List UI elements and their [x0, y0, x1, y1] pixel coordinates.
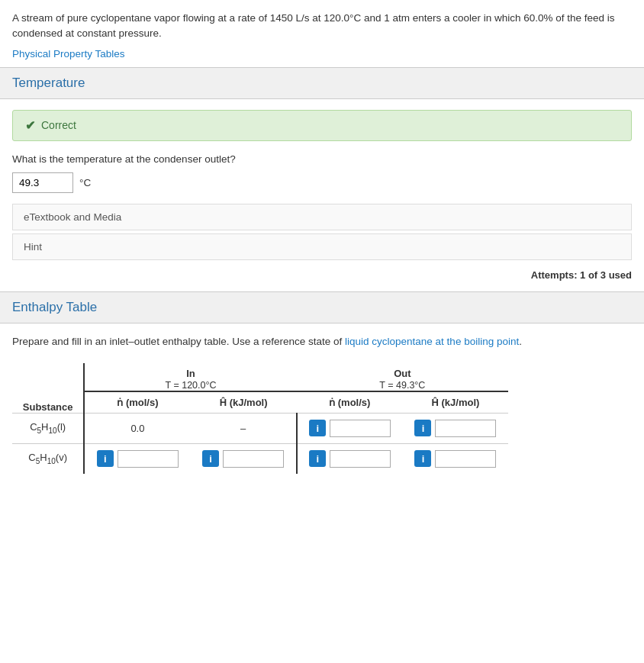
attempts-text: Attempts: 1 of 3 used	[12, 263, 632, 281]
out-group-header: OutT = 49.3°C	[297, 363, 508, 391]
checkmark-icon: ✔	[25, 118, 35, 133]
liquid-in-H-cell: –	[191, 413, 297, 443]
vapor-in-H-input-group: i	[198, 450, 288, 468]
vapor-out-H-info-btn[interactable]: i	[414, 450, 431, 467]
hint-row[interactable]: Hint	[12, 233, 632, 260]
vapor-in-ndot-info-btn[interactable]: i	[97, 450, 114, 467]
vapor-in-ndot-cell: i	[84, 443, 190, 474]
temperature-input[interactable]	[12, 172, 73, 193]
vapor-in-H-info-btn[interactable]: i	[202, 450, 219, 467]
liquid-out-H-info-btn[interactable]: i	[414, 420, 431, 436]
problem-text: A stream of pure cyclopentane vapor flow…	[12, 11, 632, 42]
in-group-header: InT = 120.0°C	[84, 363, 296, 391]
vapor-in-H-cell: i	[191, 443, 297, 474]
boiling-point-link[interactable]: liquid cyclopentane at the boiling point	[345, 336, 519, 347]
vapor-out-ndot-input-group: i	[305, 450, 395, 468]
temperature-section-body: ✔ Correct What is the temperature at the…	[0, 99, 644, 291]
correct-feedback-box: ✔ Correct	[12, 110, 632, 141]
table-row: C5H10(v) i i	[12, 443, 508, 474]
liquid-out-ndot-input[interactable]	[330, 420, 391, 437]
in-ndot-header: ṅ (mol/s)	[84, 391, 190, 414]
correct-label: Correct	[41, 119, 76, 131]
etextbook-media-row[interactable]: eTextbook and Media	[12, 204, 632, 230]
physical-property-link[interactable]: Physical Property Tables	[12, 48, 125, 60]
vapor-out-ndot-info-btn[interactable]: i	[309, 450, 326, 467]
out-ndot-header: ṅ (mol/s)	[297, 391, 403, 414]
temperature-section: Temperature ✔ Correct What is the temper…	[0, 68, 644, 291]
vapor-out-H-input-group: i	[411, 450, 501, 468]
enthalpy-instruction: Prepare and fill in an inlet–outlet enth…	[12, 334, 632, 349]
enthalpy-section: Enthalpy Table Prepare and fill in an in…	[0, 291, 644, 484]
liquid-in-ndot-cell: 0.0	[84, 413, 190, 443]
temperature-section-header: Temperature	[0, 68, 644, 99]
vapor-in-H-input[interactable]	[223, 450, 284, 468]
substance-cell-liquid: C5H10(l)	[12, 413, 84, 443]
temperature-unit: °C	[79, 177, 91, 188]
substance-col-header: Substance	[12, 363, 84, 414]
group-header-row: Substance InT = 120.0°C OutT = 49.3°C	[12, 363, 508, 391]
vapor-in-ndot-input[interactable]	[118, 450, 179, 468]
vapor-out-ndot-input[interactable]	[330, 450, 391, 468]
enthalpy-table: Substance InT = 120.0°C OutT = 49.3°C ṅ …	[12, 363, 508, 474]
liquid-out-H-cell: i	[403, 413, 508, 443]
vapor-out-H-cell: i	[403, 443, 508, 474]
sub-col-header-row: ṅ (mol/s) Ĥ (kJ/mol) ṅ (mol/s) Ĥ (kJ/mol…	[12, 391, 508, 414]
substance-cell-vapor: C5H10(v)	[12, 443, 84, 474]
in-H-header: Ĥ (kJ/mol)	[191, 391, 297, 414]
vapor-out-ndot-cell: i	[297, 443, 403, 474]
vapor-out-H-input[interactable]	[435, 450, 496, 468]
liquid-out-ndot-input-group: i	[305, 420, 395, 437]
out-H-header: Ĥ (kJ/mol)	[403, 391, 508, 414]
enthalpy-section-header: Enthalpy Table	[0, 292, 644, 323]
liquid-out-ndot-cell: i	[297, 413, 403, 443]
enthalpy-section-body: Prepare and fill in an inlet–outlet enth…	[0, 323, 644, 484]
temperature-input-row: °C	[12, 172, 632, 193]
problem-section: A stream of pure cyclopentane vapor flow…	[0, 0, 644, 68]
liquid-out-H-input-group: i	[411, 420, 501, 437]
table-row: C5H10(l) 0.0 – i i	[12, 413, 508, 443]
liquid-out-H-input[interactable]	[435, 420, 496, 437]
temperature-question: What is the temperature at the condenser…	[12, 153, 632, 165]
liquid-out-ndot-info-btn[interactable]: i	[309, 420, 326, 436]
vapor-in-ndot-input-group: i	[92, 450, 182, 468]
